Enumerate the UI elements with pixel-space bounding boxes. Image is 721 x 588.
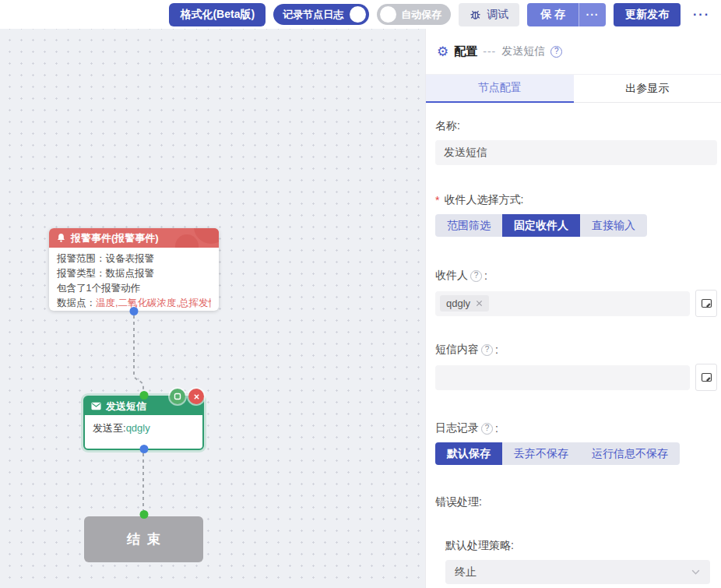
delete-node-button[interactable] — [188, 389, 204, 404]
tab-node-config[interactable]: 节点配置 — [426, 75, 574, 103]
log-record-segmented: 默认保存 丢弃不保存 运行信息不保存 — [435, 442, 680, 465]
log-runtime-no-save[interactable]: 运行信息不保存 — [580, 442, 680, 465]
log-record-help-icon[interactable]: ? — [481, 423, 493, 435]
bell-icon — [56, 233, 66, 243]
config-form: 名称: 发送短信 * 收件人选择方式: 范围筛选 固定收件人 直接输入 收件人 … — [426, 103, 721, 584]
config-panel: ⚙ 配置 --- 发送短信 ? 节点配置 出参显示 名称: 发送短信 * 收件人… — [425, 29, 721, 588]
sms-node-header: 发送短信 — [85, 397, 202, 415]
help-icon[interactable]: ? — [550, 46, 562, 58]
required-mark: * — [435, 194, 439, 206]
recipient-tag: qdgly — [440, 295, 489, 312]
recipient-input[interactable]: qdgly — [435, 291, 690, 316]
debug-button[interactable]: 调试 — [459, 3, 519, 26]
log-node-toggle[interactable]: 记录节点日志 — [273, 4, 369, 25]
default-strategy-select[interactable]: 终止 — [445, 560, 710, 584]
alarm-row-type: 报警类型：数据点报警 — [57, 266, 211, 281]
save-button-group: 保 存 ··· — [527, 3, 606, 26]
alarm-node-title: 报警事件(报警事件) — [71, 231, 159, 245]
mode-fixed-recipient[interactable]: 固定收件人 — [502, 214, 580, 237]
gear-icon: ⚙ — [437, 45, 448, 58]
end-node-label: 结束 — [120, 530, 167, 548]
tag-remove-icon[interactable] — [476, 300, 483, 307]
edit-form-icon — [701, 371, 712, 383]
config-node-name: 发送短信 — [501, 44, 545, 58]
alarm-row-actions: 包含了1个报警动作 — [57, 281, 211, 296]
recipient-label: 收件人 ? : — [435, 269, 717, 283]
alarm-node-body: 报警范围：设备表报警 报警类型：数据点报警 包含了1个报警动作 数据点：温度,二… — [49, 248, 219, 311]
error-handling-label: 错误处理: — [435, 495, 717, 509]
mode-range-filter[interactable]: 范围筛选 — [435, 214, 502, 237]
publish-button[interactable]: 更新发布 — [614, 3, 681, 26]
config-title-separator: --- — [483, 45, 496, 58]
config-title: 配置 — [454, 44, 477, 59]
autosave-toggle[interactable]: 自动保存 — [377, 4, 451, 25]
chevron-down-icon — [691, 567, 701, 577]
recipient-edit-button[interactable] — [695, 290, 717, 317]
name-input[interactable]: 发送短信 — [435, 140, 717, 165]
sms-content-edit-button[interactable] — [695, 364, 717, 391]
edit-form-icon — [701, 298, 712, 309]
toggle-knob-icon — [380, 6, 396, 23]
alarm-node-header: 报警事件(报警事件) — [49, 228, 219, 248]
end-node[interactable]: 结束 — [84, 516, 203, 562]
log-default-save[interactable]: 默认保存 — [435, 442, 502, 465]
debug-button-label: 调试 — [487, 8, 508, 22]
toolbar-more-button[interactable]: ··· — [688, 8, 715, 22]
sms-node-body: 发送至:qdgly — [85, 415, 202, 442]
copy-node-button[interactable] — [170, 389, 185, 404]
strategy-selected-value: 终止 — [455, 565, 477, 579]
sms-input-port[interactable] — [139, 391, 148, 400]
save-button[interactable]: 保 存 — [527, 3, 579, 26]
flow-canvas[interactable]: 报警事件(报警事件) 报警范围：设备表报警 报警类型：数据点报警 包含了1个报警… — [0, 29, 425, 588]
autosave-toggle-label: 自动保存 — [401, 8, 441, 22]
sms-recipient-value: qdgly — [126, 422, 150, 434]
envelope-icon — [91, 402, 101, 410]
sms-output-port[interactable] — [139, 445, 148, 453]
config-panel-header: ⚙ 配置 --- 发送短信 ? — [426, 29, 721, 74]
recipient-help-icon[interactable]: ? — [470, 270, 482, 282]
name-label: 名称: — [435, 119, 717, 133]
alarm-output-port[interactable] — [130, 307, 139, 315]
recipient-mode-segmented: 范围筛选 固定收件人 直接输入 — [435, 214, 647, 237]
save-more-button[interactable]: ··· — [579, 3, 606, 26]
sms-node-title: 发送短信 — [106, 400, 146, 414]
format-button[interactable]: 格式化(Beta版) — [169, 3, 266, 26]
tab-output-params[interactable]: 出参显示 — [574, 75, 721, 103]
connector-alarm-to-sms — [134, 315, 143, 390]
alarm-event-node[interactable]: 报警事件(报警事件) 报警范围：设备表报警 报警类型：数据点报警 包含了1个报警… — [49, 228, 219, 311]
datapoint-values: 温度,二氧化碳浓度,总挥发性有机物 — [96, 298, 211, 308]
log-discard[interactable]: 丢弃不保存 — [502, 442, 580, 465]
send-sms-node[interactable]: 发送短信 发送至:qdgly — [83, 396, 204, 450]
default-strategy-label: 默认处理策略: — [435, 539, 717, 553]
recipient-tag-text: qdgly — [446, 298, 470, 309]
sms-content-label: 短信内容 ? : — [435, 343, 717, 357]
toggle-knob-icon — [350, 6, 366, 23]
log-record-label: 日志记录 ? : — [435, 421, 717, 435]
sms-send-to-label: 发送至: — [93, 422, 126, 434]
recipient-mode-label: * 收件人选择方式: — [435, 193, 717, 207]
copy-icon — [174, 393, 181, 400]
sms-content-input[interactable] — [435, 365, 690, 390]
bug-icon — [470, 9, 481, 20]
top-toolbar: 格式化(Beta版) 记录节点日志 自动保存 调试 保 存 ··· 更新发布 ·… — [0, 0, 721, 29]
sms-content-help-icon[interactable]: ? — [481, 344, 493, 356]
datapoint-label: 数据点： — [57, 298, 96, 308]
panel-tabs: 节点配置 出参显示 — [426, 74, 721, 103]
log-node-toggle-label: 记录节点日志 — [283, 8, 343, 22]
end-input-port[interactable] — [139, 510, 148, 519]
close-icon — [193, 393, 200, 400]
mode-direct-input[interactable]: 直接输入 — [580, 214, 647, 237]
alarm-row-scope: 报警范围：设备表报警 — [57, 252, 211, 266]
